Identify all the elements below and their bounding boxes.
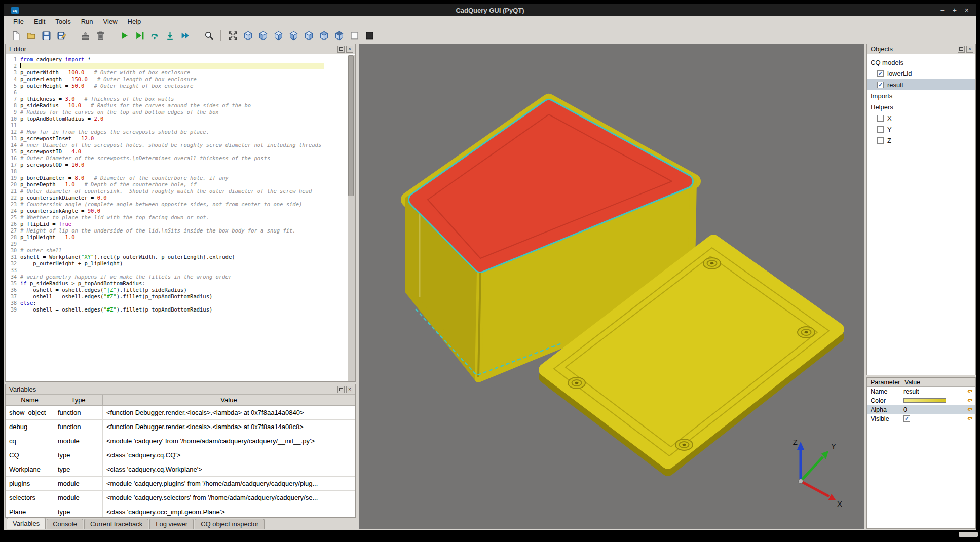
code-line[interactable]: 2: [6, 63, 348, 69]
editor-close-button[interactable]: ×: [346, 46, 353, 53]
code-line[interactable]: 24p_countersinkAngle = 90.0: [6, 208, 348, 214]
view-right-button[interactable]: [302, 29, 315, 42]
view-left-button[interactable]: [287, 29, 300, 42]
variable-row[interactable]: show_objectfunction<function Debugger.re…: [6, 406, 355, 420]
param-row-name[interactable]: Nameresult: [867, 387, 975, 396]
variable-row[interactable]: CQtype<class 'cadquery.cq.CQ'>: [6, 448, 355, 462]
undo-icon[interactable]: [966, 415, 974, 422]
view-back-button[interactable]: [272, 29, 285, 42]
menu-item-tools[interactable]: Tools: [50, 17, 76, 26]
tree-item-lowerlid[interactable]: ✓lowerLid: [867, 68, 975, 79]
menu-item-edit[interactable]: Edit: [29, 17, 50, 26]
step-over-button[interactable]: [148, 29, 161, 42]
checkbox[interactable]: ✓: [903, 415, 910, 422]
step-into-button[interactable]: [163, 29, 176, 42]
column-header-value[interactable]: Value: [903, 379, 975, 386]
tab-current-traceback[interactable]: Current traceback: [84, 519, 148, 529]
editor-scrollbar-thumb[interactable]: [348, 55, 354, 196]
zoom-fit-button[interactable]: [202, 29, 215, 42]
code-line[interactable]: 35if p_sideRadius > p_topAndBottomRadius…: [6, 280, 348, 287]
undo-icon[interactable]: [966, 388, 974, 395]
variables-close-button[interactable]: ×: [346, 386, 353, 393]
view-front-button[interactable]: [256, 29, 270, 42]
open-file-button[interactable]: [24, 29, 37, 42]
size-grip[interactable]: [959, 532, 978, 537]
code-line[interactable]: 8p_sideRadius = 10.0 # Radius for the cu…: [6, 102, 348, 109]
undo-icon[interactable]: [966, 397, 974, 404]
code-line[interactable]: 32 p_outerHeight + p_lipHeight): [6, 260, 348, 267]
editor-scrollbar[interactable]: [348, 55, 355, 381]
tab-log-viewer[interactable]: Log viewer: [149, 519, 194, 529]
shaded-button[interactable]: [363, 29, 376, 42]
code-line[interactable]: 16# Outer Diameter of the screwposts.\nD…: [6, 155, 348, 162]
title-bar[interactable]: cq CadQuery GUI (PyQT) − + ×: [4, 4, 976, 16]
variable-row[interactable]: Planetype<class 'cadquery.occ_impl.geom.…: [6, 505, 355, 518]
variable-row[interactable]: pluginsmodule<module 'cadquery.plugins' …: [6, 477, 355, 491]
menu-item-file[interactable]: File: [8, 17, 29, 26]
code-line[interactable]: 34# weird geometry happens if we make th…: [6, 274, 348, 280]
code-line[interactable]: 27# Height of lip on the underside of th…: [6, 227, 348, 234]
code-line[interactable]: 36 oshell = oshell.edges("|Z").fillet(p_…: [6, 287, 348, 293]
param-row-visible[interactable]: Visible✓: [867, 414, 975, 423]
menu-item-view[interactable]: View: [98, 17, 123, 26]
checkbox[interactable]: ✓: [877, 82, 884, 88]
variable-row[interactable]: cqmodule<module 'cadquery' from '/home/a…: [6, 434, 355, 448]
new-file-button[interactable]: [9, 29, 22, 42]
code-line[interactable]: 17p_screwpostOD = 10.0: [6, 162, 348, 168]
wireframe-button[interactable]: [348, 29, 361, 42]
menu-item-help[interactable]: Help: [123, 17, 146, 26]
variable-row[interactable]: debugfunction<function Debugger.render.<…: [6, 420, 355, 434]
variables-float-button[interactable]: [337, 386, 345, 393]
checkbox[interactable]: [877, 126, 884, 133]
code-line[interactable]: 3p_outerWidth = 100.0 # Outer width of b…: [6, 69, 348, 76]
maximize-button[interactable]: +: [953, 7, 957, 14]
menu-item-run[interactable]: Run: [76, 17, 98, 26]
tab-variables[interactable]: Variables: [7, 518, 46, 529]
tree-item-result[interactable]: ✓result: [867, 79, 975, 90]
code-line[interactable]: 10p_topAndBottomRadius = 2.0: [6, 115, 348, 122]
code-line[interactable]: 26p_flipLid = True: [6, 221, 348, 227]
code-line[interactable]: 31oshell = Workplane("XY").rect(p_outerW…: [6, 254, 348, 260]
fit-all-button[interactable]: [226, 29, 239, 42]
code-line[interactable]: 38else:: [6, 300, 348, 306]
tree-item-y[interactable]: Y: [867, 124, 975, 135]
code-line[interactable]: 37 oshell = oshell.edges("#Z").fillet(p_…: [6, 293, 348, 300]
code-line[interactable]: 21# Outer diameter of countersink. Shoul…: [6, 188, 348, 195]
code-line[interactable]: 28p_lipHeight = 1.0: [6, 234, 348, 241]
param-row-alpha[interactable]: Alpha0: [867, 405, 975, 414]
code-line[interactable]: 6: [6, 89, 348, 96]
code-line[interactable]: 11: [6, 122, 348, 129]
render-button[interactable]: [118, 29, 131, 42]
code-line[interactable]: 18: [6, 168, 348, 175]
code-line[interactable]: 23# Countersink angle (complete angle be…: [6, 201, 348, 208]
column-header-parameter[interactable]: Parameter: [867, 379, 903, 386]
checkbox[interactable]: [877, 115, 884, 122]
tree-item-z[interactable]: Z: [867, 135, 975, 146]
save-button[interactable]: [40, 29, 53, 42]
debug-button[interactable]: [133, 29, 146, 42]
tab-cq-object-inspector[interactable]: CQ object inspector: [195, 519, 265, 529]
tree-item-x[interactable]: X: [867, 112, 975, 124]
column-header-type[interactable]: Type: [54, 395, 103, 405]
objects-float-button[interactable]: [958, 46, 965, 53]
undo-icon[interactable]: [966, 406, 974, 413]
code-line[interactable]: 5p_outerHeight = 50.0 # Outer height of …: [6, 83, 348, 89]
code-line[interactable]: 9# Radius for the curves on the top and …: [6, 109, 348, 115]
code-editor[interactable]: 1from cadquery import *23p_outerWidth = …: [6, 55, 348, 381]
editor-float-button[interactable]: [337, 46, 345, 53]
tree-item-cq-models[interactable]: CQ models: [867, 57, 975, 68]
code-line[interactable]: 12# How far in from the edges the screwp…: [6, 129, 348, 135]
checkbox[interactable]: [877, 137, 884, 144]
3d-viewport-canvas[interactable]: Z Y X: [359, 44, 864, 529]
save-as-button[interactable]: [55, 29, 68, 42]
tab-console[interactable]: Console: [47, 519, 83, 529]
delete-button[interactable]: [94, 29, 107, 42]
variable-row[interactable]: selectorsmodule<module 'cadquery.selecto…: [6, 491, 355, 505]
tree-item-imports[interactable]: Imports: [867, 90, 975, 101]
tree-item-helpers[interactable]: Helpers: [867, 101, 975, 112]
checkbox[interactable]: ✓: [877, 70, 884, 77]
close-button[interactable]: ×: [965, 7, 969, 14]
code-line[interactable]: 15p_screwpostID = 4.0: [6, 148, 348, 155]
minimize-button[interactable]: −: [940, 7, 944, 14]
view-bottom-button[interactable]: [332, 29, 346, 42]
